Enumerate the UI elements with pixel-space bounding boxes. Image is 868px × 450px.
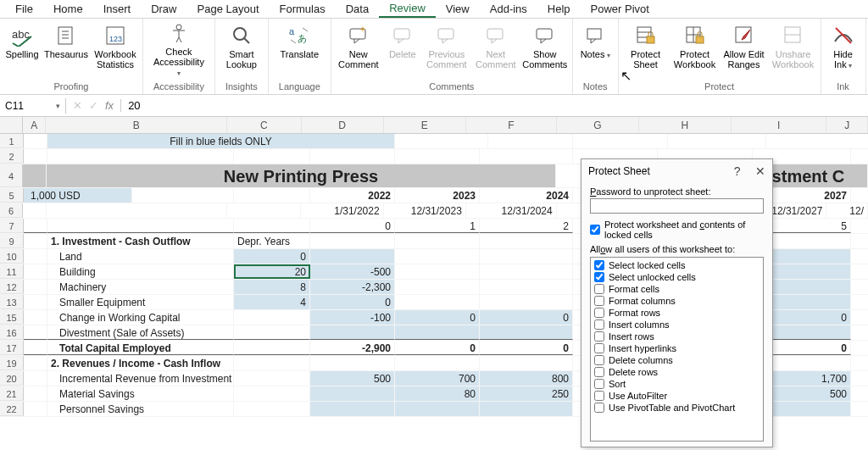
row-header-9[interactable]: 9 [0, 234, 24, 248]
cell-B9[interactable]: 1. Investment - Cash Outflow [47, 234, 234, 248]
permission-checkbox[interactable] [594, 391, 604, 401]
cell-D10[interactable] [310, 249, 395, 264]
permission-item[interactable]: Insert hyperlinks [594, 342, 760, 354]
cell-B13[interactable]: Smaller Equipment [47, 295, 234, 309]
cell-B16[interactable]: Divestment (Sale of Assets) [47, 325, 234, 340]
cell-F15[interactable]: 0 [480, 310, 573, 325]
cell-A1[interactable] [24, 134, 47, 148]
cell-hint[interactable]: Fill in blue fields ONLY [47, 134, 395, 148]
cell-E7[interactable]: 1 [395, 219, 480, 233]
cell-B22[interactable]: Personnel Savings [47, 402, 234, 416]
row-header-2[interactable]: 2 [0, 149, 24, 164]
cell-H1[interactable] [573, 134, 668, 148]
protect-sheet-button[interactable]: Protect Sheet [622, 20, 670, 73]
cell-B15[interactable]: Change in Working Capital [47, 310, 234, 325]
col-header-B[interactable]: B [46, 117, 227, 133]
cell-B10[interactable]: Land [47, 249, 234, 264]
cell-C13[interactable]: 4 [234, 295, 310, 309]
unshare-workbook-button[interactable]: Unshare Workbook [770, 20, 817, 73]
show-comments-button[interactable]: Show Comments [521, 20, 569, 73]
name-box[interactable]: C11 ▾ [0, 98, 66, 114]
notes-button[interactable]: Notes [576, 20, 614, 63]
permission-item[interactable]: Format columns [594, 295, 760, 307]
row-header-13[interactable]: 13 [0, 295, 24, 309]
row-header-11[interactable]: 11 [0, 264, 24, 279]
cell-B12[interactable]: Machinery [47, 280, 234, 294]
cell-D7[interactable]: 0 [310, 219, 395, 233]
col-header-E[interactable]: E [384, 117, 466, 133]
row-header-5[interactable]: 5 [0, 188, 24, 203]
col-header-D[interactable]: D [302, 117, 384, 133]
cell-C9[interactable]: Depr. Years [234, 234, 310, 248]
col-header-I[interactable]: I [732, 117, 827, 133]
cell-F21[interactable]: 250 [480, 386, 573, 401]
row-header-19[interactable]: 19 [0, 356, 24, 370]
cell-D11[interactable]: -500 [310, 264, 395, 279]
col-header-J[interactable]: J [826, 117, 868, 133]
cancel-formula-icon[interactable]: ✕ [71, 99, 84, 112]
cell-B17[interactable]: Total Capital Employed [47, 341, 234, 355]
permission-checkbox[interactable] [594, 319, 604, 330]
cell-E5[interactable]: 2023 [395, 188, 480, 203]
cell-F17[interactable]: 0 [480, 341, 573, 355]
row-header-12[interactable]: 12 [0, 280, 24, 294]
cell-D15[interactable]: -100 [310, 310, 395, 325]
delete-comment-button[interactable]: Delete [384, 20, 421, 63]
permission-item[interactable]: Sort [594, 378, 760, 390]
cell-D6[interactable]: 1/31/2022 [301, 203, 383, 218]
cell-F5[interactable]: 2024 [480, 188, 573, 203]
cell-D12[interactable]: -2,300 [310, 280, 395, 294]
cell-E17[interactable]: 0 [395, 341, 480, 355]
permission-item[interactable]: Select locked cells [594, 259, 760, 271]
cell-G1[interactable] [488, 134, 573, 148]
protect-contents-checkbox[interactable] [590, 225, 600, 235]
tab-home[interactable]: Home [43, 1, 93, 17]
cell-E20[interactable]: 700 [395, 371, 480, 386]
tab-page-layout[interactable]: Page Layout [187, 1, 270, 17]
password-input[interactable] [590, 198, 764, 214]
tab-file[interactable]: File [5, 1, 43, 17]
col-header-A[interactable]: A [23, 117, 46, 133]
select-all-corner[interactable] [0, 117, 23, 133]
cell-D20[interactable]: 500 [310, 371, 395, 386]
permission-item[interactable]: Format rows [594, 307, 760, 319]
cell-D5[interactable]: 2022 [310, 188, 395, 203]
cell-J6[interactable]: 12/ [826, 203, 868, 218]
row-header-20[interactable]: 20 [0, 371, 24, 386]
row-header-16[interactable]: 16 [0, 325, 24, 340]
permission-checkbox[interactable] [594, 308, 604, 318]
row-header-1[interactable]: 1 [0, 134, 24, 148]
permission-item[interactable]: Format cells [594, 283, 760, 295]
cell-B11[interactable]: Building [47, 264, 234, 279]
check-accessibility-button[interactable]: Check Accessibility [151, 18, 207, 81]
tab-help[interactable]: Help [537, 1, 581, 17]
formula-input[interactable]: 20 [121, 97, 868, 114]
cell-C10[interactable]: 0 [234, 249, 310, 264]
cell-A5[interactable]: 1,000 USD [24, 188, 132, 203]
row-header-22[interactable]: 22 [0, 402, 24, 416]
dialog-titlebar[interactable]: Protect Sheet ? ✕ [581, 159, 772, 183]
smart-lookup-button[interactable]: Smart Lookup [223, 20, 260, 73]
cell-B21[interactable]: Material Savings [47, 386, 234, 401]
help-button[interactable]: ? [734, 164, 741, 178]
allow-edit-ranges-button[interactable]: Allow Edit Ranges [721, 20, 768, 73]
title-main[interactable]: New Printing Press [47, 164, 557, 187]
fx-icon[interactable]: fx [103, 99, 115, 112]
cell-B19[interactable]: 2. Revenues / Income - Cash Inflow [47, 356, 234, 370]
protect-workbook-button[interactable]: Protect Workbook [671, 20, 719, 73]
permission-item[interactable]: Delete columns [594, 354, 760, 366]
permission-checkbox[interactable] [594, 367, 604, 377]
hide-ink-button[interactable]: Hide Ink [825, 20, 862, 73]
new-comment-button[interactable]: + New Comment [335, 20, 382, 73]
permission-checkbox[interactable] [594, 331, 604, 342]
tab-draw[interactable]: Draw [141, 1, 186, 17]
permission-item[interactable]: Insert columns [594, 319, 760, 331]
permission-checkbox[interactable] [594, 260, 604, 270]
permission-item[interactable]: Insert rows [594, 331, 760, 342]
row-header-4[interactable]: 4 [0, 164, 23, 187]
col-header-G[interactable]: G [557, 117, 639, 133]
col-header-F[interactable]: F [466, 117, 557, 133]
cell-E21[interactable]: 80 [395, 386, 480, 401]
cell-F1[interactable] [395, 134, 488, 148]
permission-item[interactable]: Select unlocked cells [594, 271, 760, 283]
